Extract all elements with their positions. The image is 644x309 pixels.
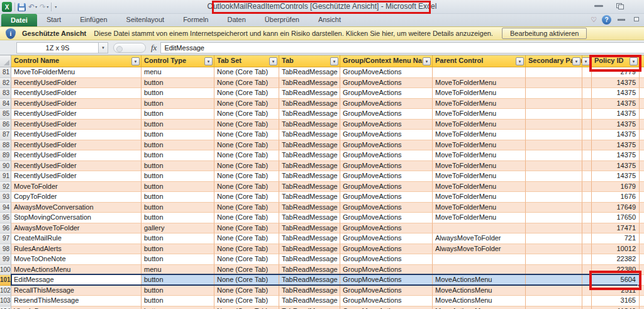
cell[interactable] [433,67,526,78]
cell[interactable]: TabReadMessage [279,161,340,172]
cell[interactable] [582,296,592,306]
redo-button[interactable]: ↷▾ [40,3,48,11]
tab-einfügen[interactable]: Einfügen [70,14,116,26]
cell[interactable]: RecallThisMessage [11,286,142,296]
cell[interactable]: button [142,171,214,182]
cell[interactable]: None (Core Tab) [214,130,279,140]
cell[interactable] [582,78,592,89]
cell[interactable]: AlwaysMoveToFolder [433,244,526,255]
tab-start[interactable]: Start [37,14,70,26]
cell[interactable]: 721 [592,233,640,244]
cell[interactable]: MoveToFolderMenu [433,161,526,172]
row-header[interactable]: 88 [0,140,11,151]
cell[interactable]: button [142,120,214,130]
cell[interactable] [526,233,582,244]
row-header[interactable]: 84 [0,99,11,110]
cell[interactable]: TabReadMessage [279,286,340,296]
cell[interactable]: ViewInBrowser [11,306,142,309]
cell[interactable]: CreateMailRule [11,233,142,244]
formula-input[interactable]: EditMessage [160,42,644,53]
tab-daten[interactable]: Daten [218,14,255,26]
cell[interactable]: 2511 [592,286,640,296]
cell[interactable] [582,88,592,99]
save-icon[interactable] [18,3,26,11]
cell[interactable]: MoveActionsMenu [433,306,526,309]
row-header[interactable]: 93 [0,192,11,203]
restore-window-icon[interactable] [614,3,626,10]
cell[interactable]: None (Core Tab) [214,233,279,244]
cell[interactable]: AlwaysMoveToFolder [433,233,526,244]
column-header-group-context-menu-nan[interactable]: Group/Context Menu Nan▼ [340,55,433,67]
cell[interactable] [582,109,592,120]
cell[interactable] [526,286,582,296]
cell[interactable]: None (Core Tab) [214,286,279,296]
column-header-tab[interactable]: Tab▼ [279,55,340,67]
cell[interactable] [433,254,526,265]
cell[interactable]: GroupMoveActions [340,130,433,140]
cell[interactable] [526,150,582,161]
row-header[interactable]: 101 [0,275,11,286]
cell[interactable] [582,140,592,151]
cell[interactable] [582,254,592,265]
cell[interactable]: GroupMoveActions [340,120,433,130]
cell[interactable]: 14375 [592,140,640,151]
cell[interactable]: GroupMoveActions [340,109,433,120]
cell[interactable]: 14375 [592,161,640,172]
cell[interactable] [582,120,592,130]
customize-qat-button[interactable]: ▾ [54,3,57,11]
cell[interactable]: menu [142,67,214,78]
cell[interactable] [526,213,582,223]
cell[interactable]: GroupMoveActions [340,306,433,309]
name-box[interactable]: 1Z x 9S [16,42,98,53]
help-icon[interactable]: ? [602,15,611,25]
excel-app-icon[interactable]: X [2,2,12,12]
cell[interactable]: button [142,140,214,151]
cell[interactable]: TabReadMessage [279,140,340,151]
cell[interactable]: MoveToFolderMenu [433,130,526,140]
cell[interactable] [582,161,592,172]
cell[interactable]: button [142,275,214,286]
cell[interactable]: RecentlyUsedFolder [11,140,142,151]
cell[interactable] [526,67,582,78]
cell[interactable]: MoveToFolderMenu [433,182,526,193]
row-header[interactable]: 87 [0,130,11,140]
row-header[interactable]: 89 [0,150,11,161]
row-header[interactable]: 92 [0,182,11,193]
row-header[interactable]: 94 [0,203,11,213]
filter-dropdown-icon[interactable]: ▼ [572,57,580,65]
cell[interactable] [526,275,582,286]
cell[interactable]: button [142,296,214,306]
cell[interactable] [582,203,592,213]
cell[interactable]: GroupMoveActions [340,296,433,306]
row-header[interactable]: 95 [0,213,11,223]
cell[interactable]: button [142,233,214,244]
cell[interactable]: RecentlyUsedFolder [11,78,142,89]
cell[interactable]: AlwaysMoveConversation [11,203,142,213]
tab-formeln[interactable]: Formeln [174,14,218,26]
cell[interactable]: MoveToFolder [11,182,142,193]
cell[interactable]: button [142,192,214,203]
cell[interactable]: None (Core Tab) [214,296,279,306]
cell[interactable]: GroupMoveActions [340,203,433,213]
cell[interactable]: EditMessage [11,275,142,286]
filter-dropdown-icon[interactable]: ▼ [423,57,431,65]
column-header-tab-set[interactable]: Tab Set▼ [214,55,279,67]
cell[interactable]: None (Core Tab) [214,275,279,286]
cell[interactable]: MoveActionsMenu [11,265,142,276]
cell[interactable]: GroupMoveActions [340,254,433,265]
cell[interactable]: gallery [142,223,214,234]
cell[interactable]: None (Core Tab) [214,182,279,193]
tab-ansicht[interactable]: Ansicht [309,14,350,26]
cell[interactable]: button [142,203,214,213]
row-header[interactable]: 90 [0,161,11,172]
cell[interactable]: TabReadMessage [279,109,340,120]
cell[interactable] [582,286,592,296]
cell[interactable]: button [142,78,214,89]
row-header[interactable]: 99 [0,254,11,265]
cell[interactable]: 2779 [592,67,640,78]
cell[interactable]: GroupMoveActions [340,275,433,286]
cell[interactable]: None (Core Tab) [214,140,279,151]
cell[interactable]: GroupMoveActions [340,150,433,161]
cell[interactable]: None (Core Tab) [214,265,279,276]
cell[interactable]: RulesAndAlerts [11,244,142,255]
